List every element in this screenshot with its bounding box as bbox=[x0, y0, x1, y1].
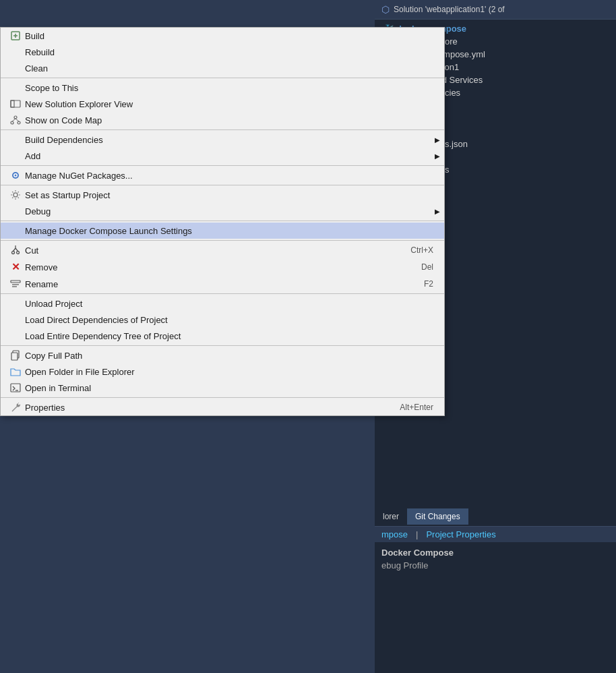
menu-item-manage-docker[interactable]: Manage Docker Compose Launch Settings bbox=[1, 223, 444, 239]
tab-git-changes[interactable]: Git Changes bbox=[407, 508, 468, 525]
svg-line-8 bbox=[12, 119, 16, 121]
menu-label-unload-project: Unload Project bbox=[25, 299, 433, 309]
codemap-icon bbox=[6, 115, 25, 125]
menu-label-new-solution-view: New Solution Explorer View bbox=[25, 99, 433, 109]
menu-label-copy-full-path: Copy Full Path bbox=[25, 351, 433, 361]
menu-label-rebuild: Rebuild bbox=[25, 47, 433, 57]
panel-separator: | bbox=[416, 529, 418, 539]
panel-label-profile: ebug Profile bbox=[381, 560, 428, 570]
svg-rect-23 bbox=[11, 353, 18, 360]
svg-point-15 bbox=[17, 252, 20, 254]
terminal-icon bbox=[6, 382, 25, 393]
menu-item-rebuild[interactable]: Rebuild bbox=[1, 44, 444, 60]
menu-shortcut-cut: Ctrl+X bbox=[410, 245, 433, 255]
separator-5 bbox=[1, 221, 444, 221]
cut-icon bbox=[6, 245, 25, 256]
separator-2 bbox=[1, 129, 444, 130]
menu-label-show-code-map: Show on Code Map bbox=[25, 115, 433, 125]
svg-line-16 bbox=[13, 248, 16, 252]
svg-line-9 bbox=[16, 119, 19, 121]
svg-point-5 bbox=[14, 116, 17, 119]
menu-label-open-folder: Open Folder in File Explorer bbox=[25, 367, 433, 377]
menu-item-load-entire-tree[interactable]: Load Entire Dependency Tree of Project bbox=[1, 328, 444, 344]
menu-label-scope: Scope to This bbox=[25, 83, 433, 93]
menu-label-load-entire: Load Entire Dependency Tree of Project bbox=[25, 331, 433, 341]
menu-item-unload-project[interactable]: Unload Project bbox=[1, 295, 444, 312]
build-icon bbox=[6, 30, 25, 41]
svg-rect-3 bbox=[11, 100, 20, 107]
menu-shortcut-properties: Alt+Enter bbox=[400, 403, 433, 412]
separator-6 bbox=[1, 240, 444, 241]
bottom-panel: mpose | Project Properties Docker Compos… bbox=[375, 526, 616, 673]
menu-label-add: Add bbox=[25, 151, 433, 161]
menu-label-clean: Clean bbox=[25, 63, 433, 74]
menu-item-load-direct-deps[interactable]: Load Direct Dependencies of Project bbox=[1, 312, 444, 328]
panel-link-project-properties[interactable]: Project Properties bbox=[426, 529, 495, 539]
menu-item-new-solution-view[interactable]: New Solution Explorer View bbox=[1, 96, 444, 112]
svg-point-13 bbox=[13, 193, 18, 197]
menu-item-clean[interactable]: Clean bbox=[1, 60, 444, 76]
context-menu: Build Rebuild Clean Scope to This New So… bbox=[0, 27, 445, 416]
explorer-icon bbox=[6, 98, 25, 109]
rename-icon bbox=[6, 279, 25, 289]
menu-item-open-terminal[interactable]: Open in Terminal bbox=[1, 380, 444, 396]
menu-item-rename[interactable]: Rename F2 bbox=[1, 276, 444, 292]
menu-item-manage-nuget[interactable]: Manage NuGet Packages... bbox=[1, 167, 444, 183]
menu-label-open-terminal: Open in Terminal bbox=[25, 383, 433, 393]
separator-9 bbox=[1, 397, 444, 398]
svg-point-7 bbox=[18, 121, 20, 124]
menu-label-properties: Properties bbox=[25, 403, 373, 413]
folder-open-icon bbox=[6, 366, 25, 377]
panel-row-2: ebug Profile bbox=[381, 559, 609, 572]
svg-line-17 bbox=[16, 248, 18, 252]
menu-label-manage-nuget: Manage NuGet Packages... bbox=[25, 171, 433, 181]
menu-item-debug[interactable]: Debug ▶ bbox=[1, 203, 444, 219]
submenu-arrow: ▶ bbox=[435, 208, 440, 215]
separator-3 bbox=[1, 165, 444, 166]
panel-link-compose[interactable]: mpose bbox=[381, 529, 408, 539]
menu-item-cut[interactable]: Cut Ctrl+X bbox=[1, 242, 444, 258]
panel-row-1: Docker Compose bbox=[381, 546, 609, 559]
menu-item-show-code-map[interactable]: Show on Code Map bbox=[1, 112, 444, 128]
remove-icon: ✕ bbox=[6, 261, 25, 273]
menu-item-remove[interactable]: ✕ Remove Del bbox=[1, 258, 444, 276]
menu-label-build: Build bbox=[25, 31, 433, 41]
menu-item-copy-full-path[interactable]: Copy Full Path bbox=[1, 347, 444, 363]
menu-item-set-startup[interactable]: Set as Startup Project bbox=[1, 187, 444, 203]
wrench-icon bbox=[6, 402, 25, 413]
menu-item-build-dependencies[interactable]: Build Dependencies ▶ bbox=[1, 131, 444, 148]
menu-item-add[interactable]: Add ▶ bbox=[1, 148, 444, 164]
visual-studio-icon: ⬡ bbox=[381, 4, 390, 15]
menu-label-set-startup: Set as Startup Project bbox=[25, 190, 433, 200]
tab-label: lorer bbox=[383, 512, 399, 521]
menu-label-rename: Rename bbox=[25, 279, 397, 289]
menu-shortcut-rename: F2 bbox=[424, 279, 433, 289]
menu-label-load-direct: Load Direct Dependencies of Project bbox=[25, 315, 433, 325]
menu-item-properties[interactable]: Properties Alt+Enter bbox=[1, 399, 444, 415]
menu-label-cut: Cut bbox=[25, 245, 383, 256]
svg-rect-4 bbox=[11, 100, 14, 107]
bottom-panel-header: mpose | Project Properties bbox=[375, 527, 616, 542]
menu-label-debug: Debug bbox=[25, 206, 433, 216]
tab-explorer[interactable]: lorer bbox=[375, 508, 407, 525]
separator-7 bbox=[1, 293, 444, 294]
svg-rect-19 bbox=[11, 281, 20, 283]
submenu-arrow: ▶ bbox=[435, 136, 440, 144]
menu-item-open-folder[interactable]: Open Folder in File Explorer bbox=[1, 363, 444, 380]
submenu-arrow: ▶ bbox=[435, 152, 440, 160]
menu-label-manage-docker: Manage Docker Compose Launch Settings bbox=[25, 226, 433, 236]
menu-item-build[interactable]: Build bbox=[1, 28, 444, 44]
tab-bar: lorer Git Changes bbox=[375, 508, 616, 525]
solution-header: ⬡ Solution 'webapplication1' (2 of bbox=[375, 0, 616, 20]
menu-item-scope-to-this[interactable]: Scope to This bbox=[1, 80, 444, 96]
copy-icon bbox=[6, 350, 25, 361]
gear-icon bbox=[6, 189, 25, 200]
menu-label-remove: Remove bbox=[25, 262, 394, 272]
nuget-icon bbox=[6, 170, 25, 181]
separator-4 bbox=[1, 185, 444, 185]
svg-point-6 bbox=[11, 121, 13, 124]
panel-label-compose: Docker Compose bbox=[381, 548, 454, 558]
svg-point-14 bbox=[12, 252, 15, 254]
svg-point-12 bbox=[15, 175, 17, 177]
separator-8 bbox=[1, 345, 444, 346]
